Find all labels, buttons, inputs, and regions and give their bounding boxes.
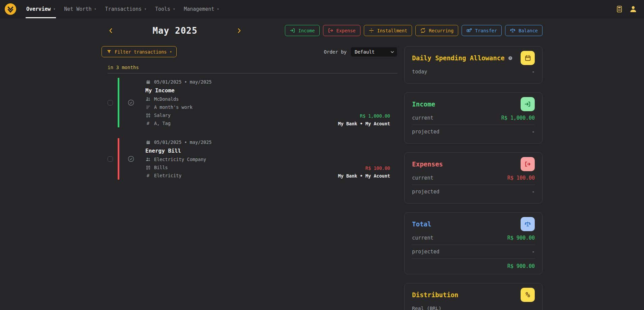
row-label: today [412, 69, 427, 75]
total-summary-card: Total current R$ 900.00 projected - [404, 212, 543, 274]
transaction-date: 05/01/2025 • may/2025 [154, 79, 212, 85]
card-title-text: Daily Spending Allowance [412, 54, 505, 62]
action-label: Recurring [429, 28, 453, 33]
transaction-contact-row: Electricity Company [145, 155, 338, 163]
nav-item-tools[interactable]: Tools ▾ [155, 0, 175, 18]
action-label: Expense [336, 28, 356, 33]
next-month-button[interactable] [236, 27, 242, 34]
nav-item-management[interactable]: Management ▾ [184, 0, 219, 18]
row-label: projected [412, 249, 439, 255]
card-row-current: current R$ 100.00 [412, 171, 535, 185]
add-income-button[interactable]: Income [285, 25, 320, 36]
chevron-left-icon [108, 27, 114, 34]
transfer-icon [466, 28, 472, 33]
income-badge-icon [521, 97, 535, 111]
row-value: R$ 1,000.00 [501, 115, 535, 121]
income-summary-card: Income current R$ 1,000.00 projected - [404, 92, 543, 144]
previous-month-button[interactable] [108, 27, 114, 34]
hash-icon: # [145, 121, 151, 126]
percent-badge-icon: % [521, 288, 535, 302]
calendar-badge-icon [521, 51, 535, 65]
recurring-icon [420, 28, 426, 33]
app-logo[interactable] [5, 3, 16, 15]
transaction-row-expense[interactable]: 05/01/2025 • may/2025 Energy Bill Electr… [108, 134, 398, 183]
percent-glyph: % [525, 291, 530, 299]
transaction-body: 05/01/2025 • may/2025 My Income McDonald… [145, 78, 398, 127]
income-icon [290, 28, 295, 33]
caret-down-icon: ▾ [173, 7, 175, 11]
total-footer-value: R$ 900.00 [507, 263, 535, 269]
funnel-icon [107, 49, 112, 54]
category-icon [145, 165, 151, 170]
transaction-type-bar [118, 138, 119, 180]
add-installment-button[interactable]: Installment [364, 25, 412, 36]
nav-item-label: Net Worth [64, 6, 91, 12]
row-label: current [412, 235, 433, 241]
card-title: Income [412, 100, 435, 108]
expenses-summary-card: Expenses current R$ 100.00 projected - [404, 152, 543, 204]
row-value: R$ 900.00 [507, 235, 535, 241]
circle-check-icon[interactable] [127, 155, 135, 162]
action-label: Income [298, 28, 315, 33]
transaction-group: in 3 months [108, 65, 398, 183]
nav-item-net-worth[interactable]: Net Worth ▾ [64, 0, 96, 18]
transaction-action-buttons: Income Expense Installment [285, 25, 543, 36]
transaction-contact-row: McDonalds [145, 95, 338, 103]
circle-check-icon[interactable] [127, 99, 135, 106]
transaction-body: 05/01/2025 • may/2025 Energy Bill Electr… [145, 138, 398, 180]
transaction-checkbox[interactable] [108, 100, 113, 105]
hash-icon: # [145, 173, 151, 178]
nav-item-label: Management [184, 6, 214, 12]
order-by-group: Order by Default [324, 47, 398, 57]
transaction-category-row: Bills [145, 163, 338, 172]
action-label: Balance [519, 28, 538, 33]
card-row-today: today - [412, 65, 535, 79]
balance-button[interactable]: Balance [505, 25, 543, 36]
row-value: - [532, 129, 535, 135]
card-title: Expenses [412, 160, 443, 168]
nav-item-transactions[interactable]: Transactions ▾ [105, 0, 146, 18]
add-transfer-button[interactable]: Transfer [462, 25, 502, 36]
caret-down-icon: ▾ [144, 7, 146, 11]
logo-icon [5, 3, 16, 15]
card-header: Total [412, 217, 535, 231]
calculator-icon[interactable] [616, 5, 623, 13]
transaction-contact: McDonalds [154, 96, 179, 102]
help-icon[interactable]: ? [508, 56, 513, 61]
transaction-amount: R$ 1,000.00 [360, 113, 390, 119]
nav-left: Overview ▾ Net Worth ▾ Transactions ▾ To… [5, 0, 219, 18]
transaction-amount-block: R$ 1,000.00 My Bank • My Acount [338, 78, 398, 127]
nav-item-label: Overview [26, 6, 51, 12]
transaction-contact: Electricity Company [154, 157, 206, 162]
card-header: Daily Spending Allowance ? [412, 51, 535, 65]
transaction-checkbox[interactable] [108, 156, 113, 162]
total-footer: R$ 900.00 [412, 259, 535, 269]
list-toolbar: Filter transactions ▾ Order by Default [101, 46, 398, 57]
transaction-description: A month's work [154, 104, 193, 110]
divide-icon [369, 28, 374, 33]
balance-scale-icon [510, 28, 516, 33]
add-recurring-button[interactable]: Recurring [415, 25, 458, 36]
main-container: May 2025 Income Expense [101, 18, 543, 310]
caret-down-icon: ▾ [94, 7, 96, 11]
category-icon [145, 113, 151, 118]
transactions-column: Filter transactions ▾ Order by Default [101, 46, 398, 310]
header-row: May 2025 Income Expense [101, 25, 543, 36]
row-label: projected [412, 129, 439, 135]
filter-transactions-button[interactable]: Filter transactions ▾ [101, 46, 177, 57]
row-value: - [532, 189, 535, 195]
card-title: Daily Spending Allowance ? [412, 54, 513, 62]
user-icon[interactable] [629, 5, 637, 13]
calendar-icon [145, 140, 151, 145]
description-lines-icon [145, 105, 151, 110]
transaction-row-income[interactable]: 05/01/2025 • may/2025 My Income McDonald… [108, 73, 398, 130]
filter-button-label: Filter transactions [115, 49, 167, 55]
transaction-details: 05/01/2025 • may/2025 Energy Bill Electr… [145, 138, 338, 180]
add-expense-button[interactable]: Expense [323, 25, 360, 36]
action-label: Installment [377, 28, 407, 33]
nav-item-overview[interactable]: Overview ▾ [26, 0, 55, 18]
chevron-right-icon [236, 27, 242, 34]
order-by-select[interactable]: Default [350, 47, 398, 57]
expense-badge-icon [521, 157, 535, 171]
transaction-tags-row: # Eletricity [145, 172, 338, 180]
